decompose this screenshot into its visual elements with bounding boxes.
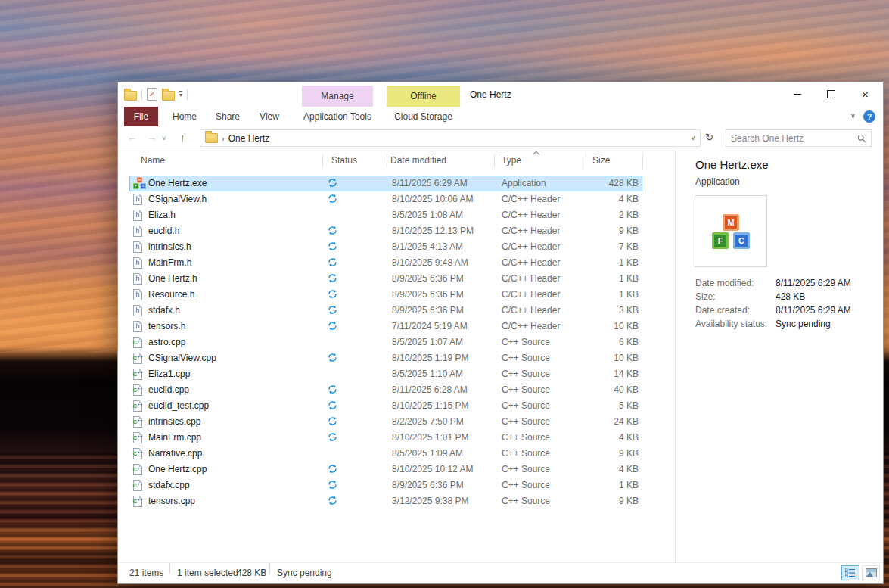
tab-home[interactable]: Home — [169, 107, 200, 126]
navigation-bar: ← → ∨ ↑ › One Hertz ∨ ↻ — [118, 126, 883, 151]
sync-status-icon — [325, 350, 340, 366]
file-size: 7 KB — [619, 239, 639, 255]
file-row[interactable]: h One Hertz.h 8/9/2025 6:36 PM C/C++ Hea… — [129, 271, 642, 287]
properties-icon[interactable]: ✓ — [147, 88, 157, 101]
column-header-date-modified[interactable]: Date modified — [390, 155, 446, 166]
recent-locations-icon[interactable]: ∨ — [162, 135, 166, 142]
offline-tab-header[interactable]: Offline — [387, 86, 460, 107]
details-view-icon — [845, 568, 856, 577]
file-row[interactable]: MFC One Hertz.exe 8/11/2025 6:29 AM Appl… — [129, 176, 642, 191]
file-row[interactable]: C++ MainFrm.cpp 8/10/2025 1:01 PM C++ So… — [129, 430, 642, 446]
column-separator — [586, 154, 586, 168]
column-header-type[interactable]: Type — [502, 155, 521, 166]
file-row[interactable]: C++ euclid_test.cpp 8/10/2025 1:15 PM C+… — [129, 398, 642, 414]
breadcrumb[interactable]: One Hertz — [228, 133, 270, 144]
title-bar[interactable]: ✓ ▾ Manage Offline One Hertz × — [118, 82, 883, 107]
back-button[interactable]: ← — [127, 132, 137, 143]
file-row[interactable]: C++ CSignalView.cpp 8/10/2025 1:19 PM C+… — [129, 350, 642, 366]
file-row[interactable]: C++ euclid.cpp 8/11/2025 6:28 AM C++ Sou… — [129, 382, 642, 398]
qat-dropdown-icon[interactable]: ▾ — [179, 91, 182, 98]
file-row[interactable]: C++ One Hertz.cpp 8/10/2025 10:12 AM C++… — [129, 462, 642, 478]
file-type: C/C++ Header — [502, 319, 560, 334]
details-fields: Date modified:8/11/2025 6:29 AM Size:428… — [695, 276, 851, 331]
file-row[interactable]: h intrinsics.h 8/1/2025 4:13 AM C/C++ He… — [129, 239, 642, 255]
minimize-button[interactable] — [780, 82, 814, 105]
file-name: tensors.cpp — [148, 493, 195, 509]
breadcrumb-chevron-icon[interactable]: › — [222, 134, 225, 143]
file-type: C++ Source — [502, 493, 550, 509]
maximize-button[interactable] — [814, 82, 848, 105]
file-type: C++ Source — [502, 334, 550, 350]
field-value: 8/11/2025 6:29 AM — [776, 278, 851, 288]
file-type: C++ Source — [502, 462, 550, 478]
close-button[interactable]: × — [848, 82, 882, 105]
tab-share[interactable]: Share — [210, 107, 245, 126]
sync-status-icon — [325, 382, 340, 398]
file-list: MFC One Hertz.exe 8/11/2025 6:29 AM Appl… — [129, 176, 642, 509]
file-type: C/C++ Header — [502, 223, 560, 239]
file-date-modified: 8/10/2025 10:12 AM — [392, 462, 473, 478]
cpp-file-icon: C++ — [133, 400, 147, 412]
file-date-modified: 8/1/2025 4:13 AM — [392, 239, 463, 255]
details-view-button[interactable] — [841, 565, 859, 580]
file-row[interactable]: C++ astro.cpp 8/5/2025 1:07 AM C++ Sourc… — [129, 334, 642, 350]
address-bar[interactable]: › One Hertz ∨ — [200, 129, 701, 147]
file-type: C/C++ Header — [502, 239, 560, 255]
ribbon-collapse-icon[interactable]: ∨ — [850, 111, 856, 120]
forward-button[interactable]: → — [147, 132, 157, 143]
tab-view[interactable]: View — [253, 107, 286, 126]
tab-application-tools[interactable]: Application Tools — [302, 107, 373, 126]
refresh-button[interactable]: ↻ — [705, 132, 713, 142]
search-icon — [857, 134, 866, 143]
column-header-name[interactable]: Name — [141, 155, 165, 166]
column-header-status[interactable]: Status — [331, 155, 357, 166]
sync-status-icon — [325, 414, 340, 430]
address-dropdown-icon[interactable]: ∨ — [691, 135, 695, 142]
file-type: C++ Source — [502, 414, 550, 430]
file-name: stdafx.h — [148, 303, 180, 319]
up-button[interactable]: ↑ — [180, 132, 185, 143]
help-button[interactable]: ? — [863, 110, 875, 123]
file-row[interactable]: h stdafx.h 8/9/2025 6:36 PM C/C++ Header… — [129, 303, 642, 319]
file-type: C++ Source — [502, 350, 550, 366]
h-file-icon: h — [133, 272, 147, 285]
file-row[interactable]: h CSignalView.h 8/10/2025 10:06 AM C/C++… — [129, 191, 642, 207]
h-file-icon: h — [133, 288, 147, 301]
sync-status-icon — [325, 430, 340, 446]
file-row[interactable]: h Resource.h 8/9/2025 6:36 PM C/C++ Head… — [129, 287, 642, 303]
explorer-window-icon[interactable] — [124, 91, 137, 101]
search-box[interactable] — [726, 129, 872, 147]
field-value: Sync pending — [776, 319, 831, 329]
file-row[interactable]: h Eliza.h 8/5/2025 1:08 AM C/C++ Header … — [129, 207, 642, 223]
separator — [169, 563, 170, 574]
sync-status-icon — [325, 176, 340, 191]
file-row[interactable]: C++ stdafx.cpp 8/9/2025 6:36 PM C++ Sour… — [129, 478, 642, 493]
file-row[interactable]: h MainFrm.h 8/10/2025 9:48 AM C/C++ Head… — [129, 255, 642, 271]
file-row[interactable]: h tensors.h 7/11/2024 5:19 AM C/C++ Head… — [129, 319, 642, 334]
file-row[interactable]: C++ Eliza1.cpp 8/5/2025 1:10 AM C++ Sour… — [129, 366, 642, 382]
file-row[interactable]: C++ intrinsics.cpp 8/2/2025 7:50 PM C++ … — [129, 414, 642, 430]
tab-file[interactable]: File — [124, 107, 158, 126]
file-row[interactable]: C++ Narrative.cpp 8/5/2025 1:09 AM C++ S… — [129, 446, 642, 462]
sync-status-icon — [325, 493, 340, 509]
file-type: C/C++ Header — [502, 207, 560, 223]
thumbnails-view-button[interactable] — [862, 565, 880, 580]
h-file-icon: h — [133, 241, 147, 254]
file-row[interactable]: h euclid.h 8/10/2025 12:13 PM C/C++ Head… — [129, 223, 642, 239]
manage-tab-header[interactable]: Manage — [302, 86, 373, 107]
search-input[interactable] — [731, 133, 857, 144]
file-date-modified: 7/11/2024 5:19 AM — [392, 319, 468, 334]
separator — [187, 89, 188, 100]
new-folder-icon[interactable] — [162, 91, 175, 101]
file-name: CSignalView.h — [148, 191, 207, 207]
mfc-blocks-icon: MFC — [712, 214, 750, 249]
tab-cloud-storage[interactable]: Cloud Storage — [387, 107, 460, 126]
file-row[interactable]: C++ tensors.cpp 3/12/2025 9:38 PM C++ So… — [129, 493, 642, 509]
file-name: One Hertz.h — [148, 271, 197, 287]
file-name: euclid.cpp — [148, 382, 189, 398]
file-type: C++ Source — [502, 446, 550, 462]
selection-size: 428 KB — [237, 563, 266, 583]
column-header-size[interactable]: Size — [592, 155, 610, 166]
cpp-file-icon: C++ — [133, 336, 147, 349]
file-name: One Hertz.exe — [148, 176, 207, 191]
